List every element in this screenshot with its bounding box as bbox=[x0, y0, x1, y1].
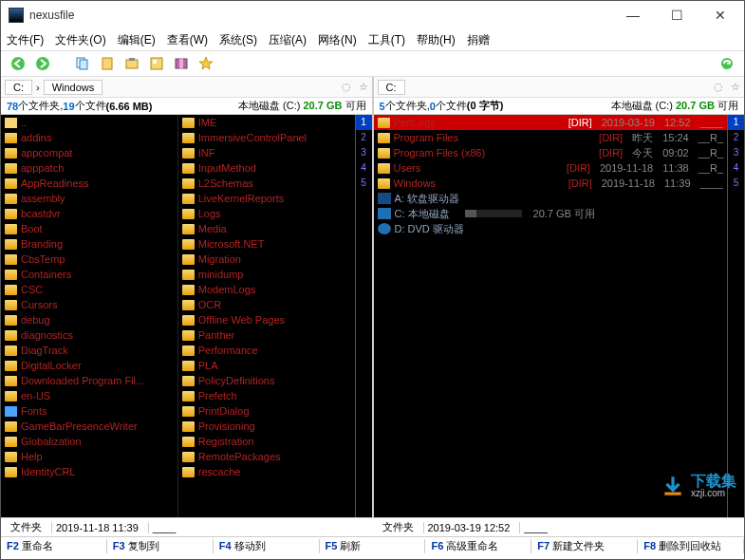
folder-icon bbox=[182, 270, 195, 280]
copy-button[interactable] bbox=[73, 54, 92, 73]
menu-help[interactable]: 帮助(H) bbox=[417, 32, 456, 48]
fkey-f8[interactable]: F8 删除到回收站 bbox=[638, 539, 744, 553]
list-item[interactable]: .. bbox=[1, 115, 177, 130]
list-item[interactable]: Fonts bbox=[1, 403, 177, 419]
list-item[interactable]: Branding bbox=[1, 236, 177, 252]
item-label: Logs bbox=[198, 208, 221, 219]
menu-donate[interactable]: 捐赠 bbox=[467, 32, 490, 48]
fkey-f4[interactable]: F4 移动到 bbox=[214, 539, 320, 553]
menu-folder[interactable]: 文件夹(O) bbox=[55, 32, 105, 48]
forward-button[interactable] bbox=[33, 54, 52, 73]
favorite-button[interactable] bbox=[196, 54, 215, 73]
list-item[interactable]: apppatch bbox=[1, 160, 177, 176]
list-item[interactable]: minidump bbox=[178, 267, 355, 282]
list-item[interactable]: debug bbox=[1, 312, 177, 327]
list-item[interactable]: Performance bbox=[178, 343, 355, 358]
list-item[interactable]: L2Schemas bbox=[178, 176, 355, 191]
list-item[interactable]: diagnostics bbox=[1, 327, 177, 343]
properties-button[interactable] bbox=[147, 54, 166, 73]
list-item[interactable]: Logs bbox=[178, 206, 355, 221]
list-item[interactable]: Media bbox=[178, 221, 355, 236]
list-item[interactable]: assembly bbox=[1, 191, 177, 206]
list-item[interactable]: AppReadiness bbox=[1, 176, 177, 191]
list-item[interactable]: appcompat bbox=[1, 145, 177, 160]
list-item[interactable]: DigitalLocker bbox=[1, 358, 177, 373]
list-item[interactable]: Cursors bbox=[1, 297, 177, 312]
list-item[interactable]: Containers bbox=[1, 267, 177, 282]
right-file-list[interactable]: PerfLogs [DIR] 2019-03-19 12:52 ____ Pro… bbox=[374, 115, 745, 517]
fkey-key: F4 bbox=[219, 540, 232, 551]
list-item[interactable]: Windows [DIR] 2019-11-18 11:39 ____ bbox=[374, 176, 728, 191]
list-item[interactable]: bcastdvr bbox=[1, 206, 177, 221]
fkey-f6[interactable]: F6 高级重命名 bbox=[425, 539, 531, 553]
back-button[interactable] bbox=[9, 54, 28, 73]
list-item[interactable]: Boot bbox=[1, 221, 177, 236]
list-item[interactable]: Help bbox=[1, 449, 177, 464]
list-item[interactable]: Offline Web Pages bbox=[178, 312, 355, 327]
menu-file[interactable]: 文件(F) bbox=[7, 32, 44, 48]
fkey-f3[interactable]: F3 复制到 bbox=[107, 539, 214, 553]
list-item[interactable]: Migration bbox=[178, 252, 355, 267]
list-item[interactable]: INF bbox=[178, 145, 355, 160]
list-item[interactable]: Globalization bbox=[1, 434, 177, 449]
fkey-f2[interactable]: F2 重命名 bbox=[1, 539, 107, 553]
cut-button[interactable] bbox=[122, 54, 141, 73]
drive-item[interactable]: D: DVD 驱动器 bbox=[374, 221, 728, 236]
archive-button[interactable] bbox=[172, 54, 191, 73]
list-item[interactable]: IdentityCRL bbox=[1, 464, 177, 479]
list-item[interactable]: PrintDialog bbox=[178, 403, 355, 419]
list-item[interactable]: CSC bbox=[1, 282, 177, 297]
maximize-button[interactable]: ☐ bbox=[655, 1, 698, 29]
list-item[interactable]: PerfLogs [DIR] 2019-03-19 12:52 ____ bbox=[374, 115, 728, 130]
minimize-button[interactable]: — bbox=[611, 1, 655, 29]
menu-tools[interactable]: 工具(T) bbox=[368, 32, 405, 48]
list-item[interactable]: GameBarPresenceWriter bbox=[1, 419, 177, 434]
left-file-list[interactable]: ..addinsappcompatapppatchAppReadinessass… bbox=[1, 115, 372, 517]
list-item[interactable]: DiagTrack bbox=[1, 343, 177, 358]
list-item[interactable]: InputMethod bbox=[178, 160, 355, 176]
list-item[interactable]: PolicyDefinitions bbox=[178, 373, 355, 388]
list-item[interactable]: CbsTemp bbox=[1, 252, 177, 267]
list-item[interactable]: en-US bbox=[1, 388, 177, 403]
list-item[interactable]: Downloaded Program Fil... bbox=[1, 373, 177, 388]
list-item[interactable]: rescache bbox=[178, 464, 355, 479]
list-item[interactable]: ImmersiveControlPanel bbox=[178, 130, 355, 145]
bookmark-icon[interactable]: ☆ bbox=[731, 81, 740, 93]
fkey-f5[interactable]: F5 刷新 bbox=[320, 539, 426, 553]
settings-button[interactable] bbox=[717, 54, 736, 73]
folder-count: 78 bbox=[7, 101, 18, 112]
menu-system[interactable]: 系统(S) bbox=[219, 32, 257, 48]
drive-item[interactable]: C: 本地磁盘20.7 GB 可用 bbox=[374, 206, 728, 221]
list-item[interactable]: Registration bbox=[178, 434, 355, 449]
drive-item[interactable]: A: 软盘驱动器 bbox=[374, 191, 728, 206]
breadcrumb[interactable]: Windows bbox=[44, 80, 103, 95]
menu-edit[interactable]: 编辑(E) bbox=[118, 32, 156, 48]
list-item[interactable]: OCR bbox=[178, 297, 355, 312]
list-item[interactable]: Users [DIR] 2019-11-18 11:38 __R_ bbox=[374, 160, 728, 176]
folder-icon bbox=[5, 224, 17, 234]
breadcrumb[interactable]: C: bbox=[378, 80, 405, 95]
list-item[interactable]: RemotePackages bbox=[178, 449, 355, 464]
bookmark-icon[interactable]: ☆ bbox=[359, 81, 368, 93]
close-button[interactable]: ✕ bbox=[698, 1, 742, 29]
list-item[interactable]: Panther bbox=[178, 327, 355, 343]
list-item[interactable]: LiveKernelReports bbox=[178, 191, 355, 206]
list-item[interactable]: IME bbox=[178, 115, 355, 130]
list-item[interactable]: PLA bbox=[178, 358, 355, 373]
watermark-url: xzji.com bbox=[691, 489, 736, 498]
list-item[interactable]: Program Files [DIR] 昨天 15:24 __R_ bbox=[374, 130, 728, 145]
right-pathbar[interactable]: C: ◌ ☆ bbox=[374, 77, 745, 98]
list-item[interactable]: Microsoft.NET bbox=[178, 236, 355, 252]
fkey-f7[interactable]: F7 新建文件夹 bbox=[531, 539, 638, 553]
left-pathbar[interactable]: C: › Windows ◌ ☆ bbox=[1, 77, 372, 98]
list-item[interactable]: addins bbox=[1, 130, 177, 145]
list-item[interactable]: Provisioning bbox=[178, 419, 355, 434]
breadcrumb[interactable]: C: bbox=[5, 80, 32, 95]
menu-view[interactable]: 查看(W) bbox=[167, 32, 208, 48]
menu-archive[interactable]: 压缩(A) bbox=[269, 32, 307, 48]
menu-network[interactable]: 网络(N) bbox=[318, 32, 357, 48]
list-item[interactable]: ModemLogs bbox=[178, 282, 355, 297]
paste-button[interactable] bbox=[98, 54, 117, 73]
list-item[interactable]: Program Files (x86) [DIR] 今天 09:02 __R_ bbox=[374, 145, 728, 160]
list-item[interactable]: Prefetch bbox=[178, 388, 355, 403]
